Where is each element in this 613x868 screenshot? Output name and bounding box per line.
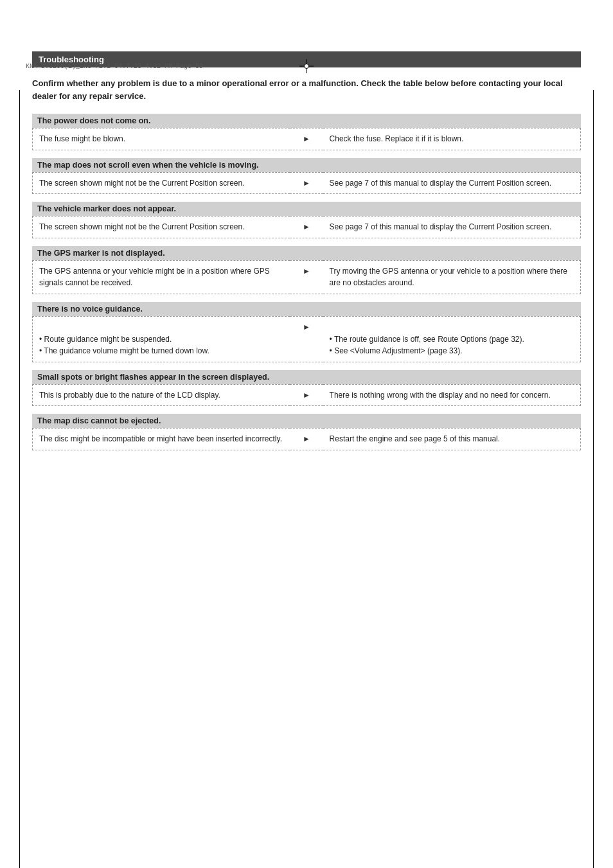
arrow-icon: ►: [303, 179, 310, 188]
cause-solution-table-disc-eject: The disc might be incompatible or might …: [32, 428, 581, 450]
arrow-cell: ►: [290, 217, 323, 238]
problem-group-map-scroll: The map does not scroll even when the ve…: [32, 158, 581, 195]
table-row: The screen shown might not be the Curren…: [33, 217, 581, 238]
problem-group-gps-marker: The GPS marker is not displayed. The GPS…: [32, 246, 581, 294]
arrow-cell: ►: [290, 316, 323, 362]
cause-solution-table-gps-marker: The GPS antenna or your vehicle might be…: [32, 260, 581, 294]
cause-cell: The screen shown might not be the Curren…: [33, 217, 290, 238]
problem-header-map-scroll: The map does not scroll even when the ve…: [32, 158, 581, 172]
problem-header-voice-guidance: There is no voice guidance.: [32, 302, 581, 316]
arrow-icon: ►: [303, 391, 310, 400]
cause-cell: The fuse might be blown.: [33, 128, 290, 150]
intro-text: Confirm whether any problem is due to a …: [32, 77, 581, 102]
arrow-icon: ►: [303, 222, 310, 231]
solution-cell: Restart the engine and see page 5 of thi…: [323, 429, 581, 450]
cause-cell: • Route guidance might be suspended. • T…: [33, 316, 290, 362]
table-row: The screen shown might not be the Curren…: [33, 172, 581, 194]
cause-solution-table-voice-guidance: • Route guidance might be suspended. • T…: [32, 316, 581, 362]
cause-solution-table-power: The fuse might be blown. ► Check the fus…: [32, 128, 581, 150]
problem-header-bright-flashes: Small spots or bright flashes appear in …: [32, 370, 581, 384]
arrow-cell: ►: [290, 384, 323, 406]
solution-cell: • The route guidance is off, see Route O…: [323, 316, 581, 362]
cause-solution-table-map-scroll: The screen shown might not be the Curren…: [32, 172, 581, 195]
problem-group-vehicle-marker: The vehicle marker does not appear. The …: [32, 202, 581, 238]
cause-solution-table-vehicle-marker: The screen shown might not be the Curren…: [32, 216, 581, 238]
problem-header-power: The power does not come on.: [32, 114, 581, 128]
solution-cell: There is nothing wrong with the display …: [323, 384, 581, 406]
top-reg-mark: [299, 59, 314, 73]
left-border: [19, 90, 20, 868]
solution-cell: See page 7 of this manual to display the…: [323, 217, 581, 238]
problem-header-gps-marker: The GPS marker is not displayed.: [32, 246, 581, 260]
arrow-icon: ►: [303, 323, 310, 332]
problem-header-vehicle-marker: The vehicle marker does not appear.: [32, 202, 581, 216]
table-row: The GPS antenna or your vehicle might be…: [33, 260, 581, 294]
problem-group-voice-guidance: There is no voice guidance. • Route guid…: [32, 302, 581, 362]
solution-cell: Try moving the GPS antenna or your vehic…: [323, 260, 581, 294]
arrow-icon: ►: [303, 267, 310, 276]
right-border: [593, 90, 594, 868]
problem-group-power: The power does not come on. The fuse mig…: [32, 114, 581, 150]
table-row: This is probably due to the nature of th…: [33, 384, 581, 406]
content-area: Troubleshooting Confirm whether any prob…: [32, 51, 581, 450]
solution-cell: Check the fuse. Replace it if it is blow…: [323, 128, 581, 150]
arrow-cell: ►: [290, 128, 323, 150]
problem-header-disc-eject: The map disc cannot be ejected.: [32, 414, 581, 428]
cause-cell: The disc might be incompatible or might …: [33, 429, 290, 450]
file-header: KNA-DV3200(E)_ENG r2.1 04.7.23 4:32 PM P…: [26, 63, 203, 70]
arrow-cell: ►: [290, 172, 323, 194]
table-row: The disc might be incompatible or might …: [33, 429, 581, 450]
problem-group-disc-eject: The map disc cannot be ejected. The disc…: [32, 414, 581, 450]
cause-cell: The GPS antenna or your vehicle might be…: [33, 260, 290, 294]
arrow-cell: ►: [290, 260, 323, 294]
cause-cell: This is probably due to the nature of th…: [33, 384, 290, 406]
cause-solution-table-bright-flashes: This is probably due to the nature of th…: [32, 384, 581, 407]
table-row: The fuse might be blown. ► Check the fus…: [33, 128, 581, 150]
cause-cell: The screen shown might not be the Curren…: [33, 172, 290, 194]
table-row: • Route guidance might be suspended. • T…: [33, 316, 581, 362]
arrow-cell: ►: [290, 429, 323, 450]
solution-cell: See page 7 of this manual to display the…: [323, 172, 581, 194]
problem-group-bright-flashes: Small spots or bright flashes appear in …: [32, 370, 581, 407]
arrow-icon: ►: [303, 134, 310, 143]
arrow-icon: ►: [303, 434, 310, 443]
page-wrapper: KNA-DV3200(E)_ENG r2.1 04.7.23 4:32 PM P…: [0, 51, 613, 868]
